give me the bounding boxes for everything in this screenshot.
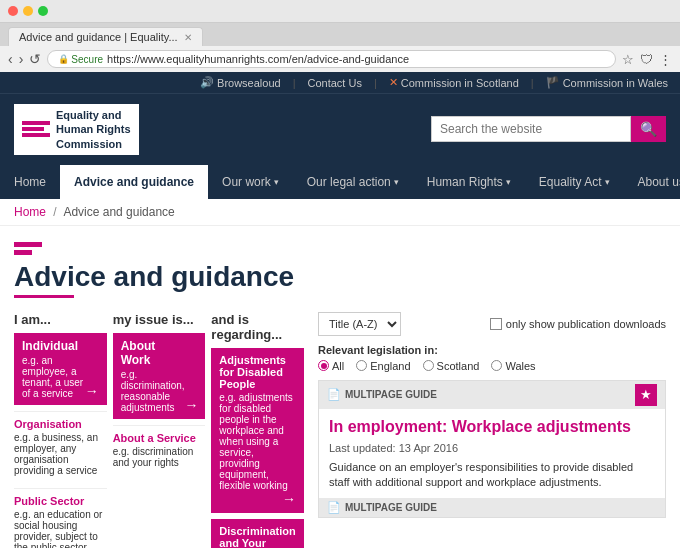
only-pub-label: only show publication downloads: [506, 318, 666, 330]
card-bottom-bar: 📄 MULTIPAGE GUIDE: [319, 498, 665, 517]
secure-label: Secure: [71, 54, 103, 65]
logo-area[interactable]: Equality and Human Rights Commission: [14, 104, 139, 155]
refresh-button[interactable]: ↺: [29, 51, 41, 67]
logo-bar-1: [22, 121, 50, 125]
breadcrumb: Home / Advice and guidance: [0, 199, 680, 226]
toolbar-icons: ☆ 🛡 ⋮: [622, 52, 672, 67]
col3-label: and is regarding...: [211, 312, 304, 342]
filter-service[interactable]: About a Service e.g. discrimination and …: [113, 425, 206, 474]
only-pub-checkbox[interactable]: [490, 318, 502, 330]
filters-area: I am... Individual e.g. an employee, a t…: [14, 312, 304, 548]
col1-label: I am...: [14, 312, 107, 327]
search-area: 🔍: [431, 116, 666, 142]
star-button[interactable]: ★: [635, 384, 657, 406]
nav-human-rights[interactable]: Human Rights ▾: [413, 165, 525, 199]
main-layout: I am... Individual e.g. an employee, a t…: [14, 312, 666, 548]
radio-england-label: England: [370, 360, 410, 372]
filter-adj-title: Adjustments for Disabled People: [219, 354, 296, 390]
back-button[interactable]: ‹: [8, 51, 13, 67]
divider2: |: [374, 77, 377, 89]
nav-advice[interactable]: Advice and guidance: [60, 165, 208, 199]
radio-wales-dot: [491, 360, 502, 371]
divider1: |: [293, 77, 296, 89]
browser-tab[interactable]: Advice and guidance | Equality... ✕: [8, 27, 203, 46]
pink-lines: [14, 242, 42, 255]
filter-discrimination[interactable]: Discrimination and Your Rights e.g. an o…: [211, 519, 304, 548]
nav-legal[interactable]: Our legal action ▾: [293, 165, 413, 199]
sort-bar: Title (A-Z) only show publication downlo…: [318, 312, 666, 336]
minimize-button[interactable]: [23, 6, 33, 16]
page-title-bar: [14, 236, 666, 255]
flag-icon: 🏴: [546, 76, 560, 89]
logo-bar-2: [22, 127, 44, 131]
filter-col-3: and is regarding... Adjustments for Disa…: [211, 312, 304, 548]
filter-public[interactable]: Public Sector e.g. an education or socia…: [14, 488, 107, 548]
breadcrumb-home[interactable]: Home: [14, 205, 46, 219]
tab-close-icon[interactable]: ✕: [184, 32, 192, 43]
browsealoud-link[interactable]: 🔊 Browsealoud: [200, 76, 281, 89]
tab-title: Advice and guidance | Equality...: [19, 31, 178, 43]
card-bottom-tag: MULTIPAGE GUIDE: [345, 502, 437, 513]
page-title-underline: [14, 295, 74, 298]
filter-work-sub: e.g. discrimination, reasonable adjustme…: [121, 369, 185, 413]
radio-all-dot: [318, 360, 329, 371]
contact-us-link[interactable]: Contact Us: [308, 77, 362, 89]
close-button[interactable]: [8, 6, 18, 16]
nav-about-us-label: About us: [638, 175, 680, 189]
results-area: Title (A-Z) only show publication downlo…: [318, 312, 666, 548]
filter-service-title: About a Service: [113, 432, 206, 444]
card-description: Guidance on an employer's responsibiliti…: [329, 460, 655, 491]
book-icon: 📄: [327, 388, 341, 401]
filter-disc-title: Discrimination and Your Rights: [219, 525, 296, 548]
page-content: Advice and guidance I am... Individual e…: [0, 226, 680, 548]
main-nav: Home Advice and guidance Our work ▾ Our …: [0, 165, 680, 199]
filter-individual-sub: e.g. an employee, a tenant, a user of a …: [22, 355, 85, 399]
filter-adjustments[interactable]: Adjustments for Disabled People e.g. adj…: [211, 348, 304, 513]
contact-us-label: Contact Us: [308, 77, 362, 89]
address-bar[interactable]: 🔒 Secure https://www.equalityhumanrights…: [47, 50, 616, 68]
radio-england-dot: [356, 360, 367, 371]
radio-group: All England Scotland Wales: [318, 360, 666, 372]
radio-wales[interactable]: Wales: [491, 360, 535, 372]
nav-equality-act[interactable]: Equality Act ▾: [525, 165, 624, 199]
radio-all[interactable]: All: [318, 360, 344, 372]
caret-icon: ▾: [394, 177, 399, 187]
nav-human-rights-label: Human Rights: [427, 175, 503, 189]
url-text: https://www.equalityhumanrights.com/en/a…: [107, 53, 409, 65]
search-button[interactable]: 🔍: [631, 116, 666, 142]
caret-icon: ▾: [605, 177, 610, 187]
filter-work[interactable]: About Work e.g. discrimination, reasonab…: [113, 333, 206, 419]
scotland-link[interactable]: ✕ Commission in Scotland: [389, 76, 519, 89]
card-body: In employment: Workplace adjustments Las…: [319, 409, 665, 499]
radio-scotland-dot: [423, 360, 434, 371]
star-icon[interactable]: ☆: [622, 52, 634, 67]
forward-button[interactable]: ›: [19, 51, 24, 67]
nav-our-work-label: Our work: [222, 175, 271, 189]
address-bar-row: ‹ › ↺ 🔒 Secure https://www.equalityhuman…: [0, 46, 680, 72]
header-main: Equality and Human Rights Commission 🔍: [0, 94, 680, 165]
maximize-button[interactable]: [38, 6, 48, 16]
nav-about-us[interactable]: About us ▾: [624, 165, 680, 199]
filter-col-2: my issue is... About Work e.g. discrimin…: [113, 312, 212, 548]
search-input[interactable]: [431, 116, 631, 142]
nav-home-label: Home: [14, 175, 46, 189]
filter-individual[interactable]: Individual e.g. an employee, a tenant, a…: [14, 333, 107, 405]
nav-our-work[interactable]: Our work ▾: [208, 165, 293, 199]
radio-scotland-label: Scotland: [437, 360, 480, 372]
filter-organisation[interactable]: Organisation e.g. a business, an employe…: [14, 411, 107, 482]
filter-service-sub: e.g. discrimination and your rights: [113, 446, 206, 468]
wales-link[interactable]: 🏴 Commission in Wales: [546, 76, 668, 89]
browser-chrome: Advice and guidance | Equality... ✕ ‹ › …: [0, 0, 680, 72]
col2-label: my issue is...: [113, 312, 206, 327]
caret-icon: ▾: [274, 177, 279, 187]
radio-england[interactable]: England: [356, 360, 410, 372]
radio-all-label: All: [332, 360, 344, 372]
wales-label: Commission in Wales: [563, 77, 668, 89]
nav-equality-act-label: Equality Act: [539, 175, 602, 189]
sort-select[interactable]: Title (A-Z): [318, 312, 401, 336]
card-title[interactable]: In employment: Workplace adjustments: [329, 417, 655, 438]
divider3: |: [531, 77, 534, 89]
radio-scotland[interactable]: Scotland: [423, 360, 480, 372]
menu-icon[interactable]: ⋮: [659, 52, 672, 67]
nav-home[interactable]: Home: [0, 165, 60, 199]
